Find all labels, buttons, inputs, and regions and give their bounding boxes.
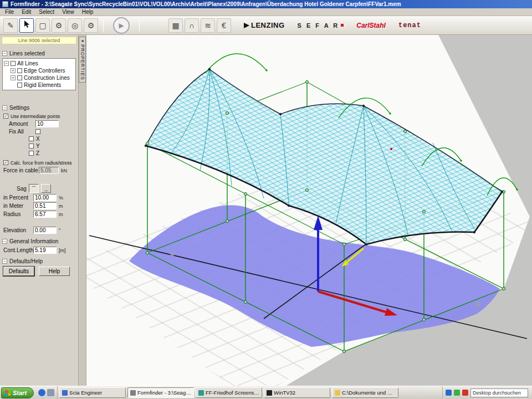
amount-input[interactable] [35,120,59,127]
menu-select[interactable]: Select [35,9,58,15]
panel-spacer [0,277,78,385]
menu-edit[interactable]: Edit [18,9,35,15]
draw-tool-button[interactable]: ✎ [3,18,18,33]
fix-x-label: X [36,136,40,142]
red-marker-point [390,148,392,150]
viewport[interactable] [86,35,532,386]
app-icon [198,390,204,396]
viewport-3d-scene[interactable] [86,35,532,386]
section-settings[interactable]: − Settings [2,105,76,111]
taskbar-task-wintv[interactable]: WinTV32 [264,387,330,398]
magnet-icon: ∩ [189,21,195,30]
expand-icon[interactable]: + [11,68,16,73]
radius-input[interactable] [33,211,57,218]
select-tool-button[interactable] [19,18,34,33]
magnet-tool-button[interactable]: ∩ [185,18,199,33]
tree-item-rigid-elements[interactable]: Rigid Elements [4,81,74,89]
elevation-input[interactable] [33,227,57,234]
sefar-red-square-icon [341,24,344,27]
fix-y-row: Y [0,142,78,150]
menu-help[interactable]: Help [78,9,98,15]
fix-all-checkbox[interactable] [35,129,40,134]
collapse-icon[interactable]: − [4,61,9,66]
taskbar-task-scia[interactable]: Scia Engineer [59,387,126,398]
fix-z-checkbox[interactable] [29,151,34,156]
tree-item-label: Construction Lines [24,75,70,81]
start-label: Start [13,390,27,396]
collapse-icon[interactable]: − [2,239,7,244]
tree-item-construction-lines[interactable]: + Construction Lines [4,74,74,81]
sag-curve-flipped-icon: ⌒ [43,186,49,192]
sag-left-button[interactable]: ⌒ [29,184,39,193]
tree-item-edge-controllers[interactable]: + Edge Controllers [4,67,74,74]
collapse-icon[interactable]: − [2,105,7,110]
lenzing-mark-icon [244,23,249,28]
start-button[interactable]: Start [1,387,34,398]
cost-tool-button[interactable]: € [217,18,231,33]
percent-input[interactable] [33,194,57,201]
amount-row: Amount [0,120,78,128]
section-defaults-help[interactable]: − Defaults/Help [2,258,76,264]
elevation-row: Elevation ° [0,226,78,234]
quick-launch-desktop-icon[interactable] [47,389,54,396]
collapse-icon[interactable]: − [2,51,7,56]
taskbar-task-screenshot[interactable]: FF-Friedhof Screenshot ... [196,387,262,398]
help-button[interactable]: Help [39,267,70,276]
tree-item-all-lines[interactable]: − All Lines [4,60,74,67]
system-tray [442,386,531,399]
target-tool-button[interactable]: ◎ [68,18,82,33]
quick-launch-browser-icon[interactable] [38,389,45,396]
sag-right-button[interactable]: ⌒ [41,184,51,193]
sag-row: Sag ⌒ ⌒ [0,183,78,193]
play-icon: ▶ [119,22,124,29]
radius-row: Radius m [0,210,78,218]
expand-icon[interactable]: + [11,75,16,80]
cont-length-input[interactable] [33,247,57,254]
all-lines-checkbox[interactable] [11,61,16,66]
menu-view[interactable]: View [58,9,78,15]
fix-y-checkbox[interactable] [29,144,34,149]
properties-panel: Line 9006 selected − Lines selected − Al… [0,35,79,386]
sag-label: Sag [17,186,27,192]
properties-tab[interactable]: ◄ PROPERTIES [79,37,86,83]
menu-file[interactable]: File [1,9,18,15]
fix-y-label: Y [36,143,40,149]
wind-tool-button[interactable]: ≋ [201,18,215,33]
percent-row: in Percent % [0,193,78,202]
fix-x-checkbox[interactable] [29,136,34,141]
section-general-information[interactable]: − General Information [2,238,76,244]
tray-icon-3[interactable] [462,390,468,396]
tree-item-label: All Lines [17,60,38,66]
amount-label: Amount [9,121,33,127]
calc-force-label: Calc. force from radius/stress [11,160,72,166]
construction-lines-checkbox[interactable] [17,75,22,80]
tree-item-label: Rigid Elements [24,82,61,88]
use-intermediate-points-checkbox[interactable]: ✓ [3,114,8,119]
defaults-button[interactable]: Defaults [3,267,34,276]
section-lines-selected[interactable]: − Lines selected [2,50,76,57]
zoom-window-tool-button[interactable]: ▢ [35,18,50,33]
tree-item-label: Edge Controllers [24,68,65,74]
meter-input[interactable] [33,202,57,209]
edge-controllers-checkbox[interactable] [17,68,22,73]
collapse-icon[interactable]: − [2,259,7,264]
app-icon [267,390,272,396]
rigid-elements-checkbox[interactable] [17,83,22,88]
sag-curve-icon: ⌒ [31,186,37,192]
fix-x-row: X [0,135,78,142]
taskbar-task-formfinder[interactable]: Formfinder - 3:\Seaga... [127,387,194,398]
window-title: Formfinder - 3:\Seagate Sync\SyncRecycle… [11,1,401,7]
desktop-search-input[interactable] [470,388,528,397]
use-intermediate-points-row: ✓ Use intermediate points [0,112,78,120]
surface-tool-button[interactable]: ▦ [168,18,183,33]
title-bar: Formfinder - 3:\Seagate Sync\SyncRecycle… [0,0,532,8]
properties-tabstrip: ◄ PROPERTIES [79,35,86,386]
settings-tool-button[interactable]: ⚙ [84,18,98,33]
calc-force-checkbox[interactable]: ✓ [3,160,8,165]
tray-icon-1[interactable] [446,390,452,396]
tray-icon-2[interactable] [454,390,460,396]
gears-tool-button[interactable]: ⚙ [52,18,66,33]
taskbar-task-dokumente[interactable]: C:\Dokumente und Einst... [332,387,398,398]
run-formfinding-button[interactable]: ▶ [113,17,130,34]
taskbar: Start Scia Engineer Formfinder - 3:\Seag… [0,386,532,399]
